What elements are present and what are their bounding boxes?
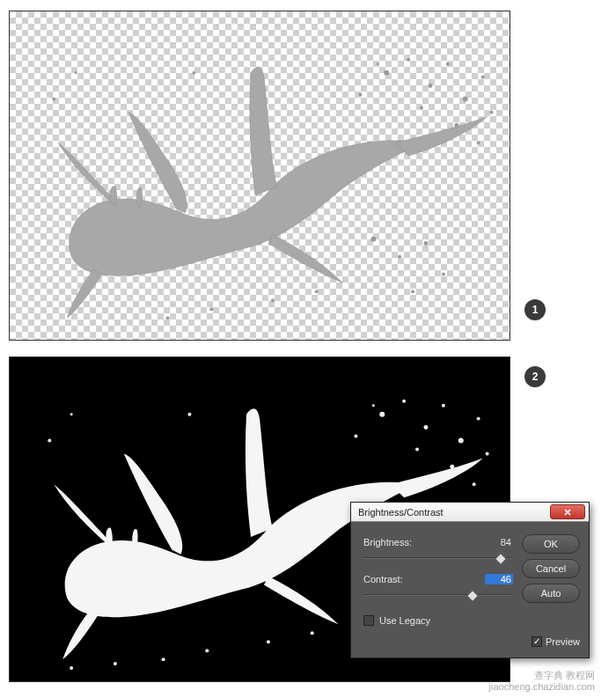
preview-label: Preview <box>546 636 580 647</box>
watermark-line1: 查字典 教程网 <box>489 670 595 681</box>
svg-point-21 <box>52 97 55 100</box>
contrast-value[interactable]: 46 <box>485 574 513 584</box>
svg-point-17 <box>315 290 319 293</box>
dialog-titlebar[interactable]: Brightness/Contrast <box>351 503 589 522</box>
svg-point-40 <box>267 640 270 643</box>
svg-point-2 <box>428 84 432 88</box>
svg-point-45 <box>48 438 51 442</box>
ok-button[interactable]: OK <box>522 534 580 554</box>
use-legacy-label: Use Legacy <box>379 615 430 626</box>
svg-point-15 <box>442 272 445 276</box>
svg-point-42 <box>162 658 165 661</box>
brightness-row: Brightness: 84 <box>363 534 513 566</box>
svg-point-0 <box>384 70 389 76</box>
brightness-slider-handle[interactable] <box>495 553 507 565</box>
svg-point-28 <box>458 438 464 444</box>
svg-point-24 <box>379 412 385 417</box>
svg-point-14 <box>424 241 429 246</box>
svg-point-8 <box>490 110 494 114</box>
svg-point-30 <box>450 465 454 469</box>
brightness-label: Brightness: <box>363 537 412 547</box>
svg-point-10 <box>358 93 362 97</box>
contrast-slider-handle[interactable] <box>466 590 479 602</box>
svg-point-20 <box>166 316 170 320</box>
step-badge-2: 2 <box>524 366 546 387</box>
svg-point-4 <box>463 96 468 101</box>
cancel-button[interactable]: Cancel <box>522 559 580 578</box>
svg-point-44 <box>70 666 73 670</box>
use-legacy-checkbox[interactable] <box>363 615 374 626</box>
slider-column: Brightness: 84 Contrast: 46 <box>363 534 513 647</box>
brightness-contrast-dialog: Brightness/Contrast Brightness: 84 C <box>350 502 590 658</box>
svg-point-46 <box>70 413 73 415</box>
step-badge-1: 1 <box>524 299 546 320</box>
brightness-slider[interactable] <box>363 554 513 566</box>
svg-point-18 <box>271 298 275 302</box>
svg-point-1 <box>407 58 410 62</box>
use-legacy-row: Use Legacy <box>363 615 513 626</box>
ok-button-label: OK <box>544 539 558 549</box>
svg-point-7 <box>477 141 480 144</box>
dialog-title-text: Brightness/Contrast <box>358 507 550 518</box>
svg-point-13 <box>398 255 401 259</box>
preview-checkbox[interactable] <box>532 636 542 647</box>
svg-point-29 <box>477 417 480 421</box>
preview-row: Preview <box>522 636 580 647</box>
svg-point-34 <box>354 435 357 438</box>
svg-point-6 <box>454 123 458 128</box>
svg-point-23 <box>192 71 195 75</box>
svg-point-35 <box>372 404 375 407</box>
svg-point-32 <box>486 452 489 455</box>
svg-point-26 <box>423 425 428 430</box>
contrast-row: Contrast: 46 <box>363 571 513 603</box>
svg-point-12 <box>370 237 376 242</box>
svg-point-16 <box>411 290 414 293</box>
auto-button-label: Auto <box>541 588 561 599</box>
badge-2-text: 2 <box>532 371 539 383</box>
svg-point-11 <box>377 62 379 65</box>
dialog-close-button[interactable] <box>550 504 585 519</box>
svg-point-25 <box>402 400 406 403</box>
svg-point-33 <box>415 447 419 451</box>
watermark: 查字典 教程网 jiaocheng.chazidian.com <box>489 670 595 693</box>
close-icon <box>563 508 572 517</box>
svg-point-31 <box>473 482 476 486</box>
cancel-button-label: Cancel <box>536 563 566 574</box>
svg-point-9 <box>420 106 423 109</box>
brightness-value[interactable]: 84 <box>485 537 513 547</box>
dialog-button-column: OK Cancel Auto Preview <box>522 534 580 647</box>
splash-canvas-transparent <box>9 11 510 341</box>
svg-point-19 <box>209 307 213 311</box>
auto-button[interactable]: Auto <box>522 584 580 603</box>
svg-point-3 <box>446 62 450 66</box>
dialog-body: Brightness: 84 Contrast: 46 <box>351 522 589 658</box>
svg-point-27 <box>442 404 445 408</box>
splash-image-gray <box>10 11 510 340</box>
contrast-label: Contrast: <box>363 574 403 584</box>
svg-point-22 <box>75 71 77 74</box>
svg-point-41 <box>205 649 209 652</box>
svg-point-43 <box>114 662 117 665</box>
svg-point-47 <box>187 413 191 416</box>
svg-point-5 <box>481 76 485 79</box>
svg-point-39 <box>311 631 314 635</box>
contrast-slider[interactable] <box>363 591 513 603</box>
badge-1-text: 1 <box>532 304 539 316</box>
watermark-line2: jiaocheng.chazidian.com <box>489 681 595 693</box>
